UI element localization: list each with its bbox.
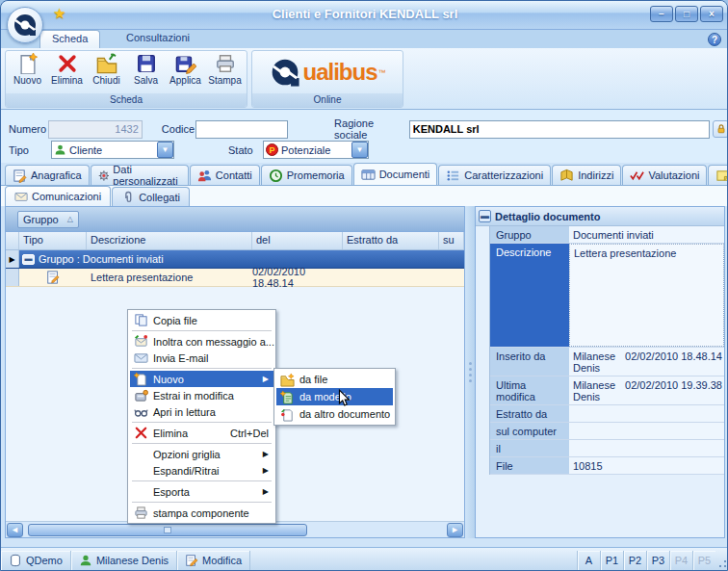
- delete-x-icon: [133, 426, 148, 441]
- nuovo-button[interactable]: Nuovo: [8, 53, 47, 95]
- document-row[interactable]: Lettera presentazione 02/02/2010 18.48.1…: [6, 269, 464, 287]
- column-header-estratto-da[interactable]: Estratto da: [343, 232, 439, 249]
- ribbon-tab-consultazioni[interactable]: Consultazioni: [115, 30, 201, 48]
- chiudi-button[interactable]: Chiudi: [87, 53, 126, 95]
- submenu-item-da-modello[interactable]: da modello: [276, 388, 393, 405]
- extract-edit-icon: [133, 388, 148, 403]
- detail-row-descrizione: Descrizione Lettera presentazione: [490, 244, 724, 348]
- menu-item-elimina[interactable]: Elimina Ctrl+Del: [130, 425, 273, 441]
- pane-splitter[interactable]: [465, 206, 475, 538]
- scroll-right-arrow[interactable]: ►: [447, 523, 463, 537]
- ribbon-tab-scheda[interactable]: Scheda: [39, 30, 100, 48]
- menu-item-esporta[interactable]: Esporta ▶: [130, 483, 273, 500]
- tab-anagrafica[interactable]: Anagrafica: [5, 165, 90, 185]
- menu-item-stampa-componente[interactable]: stampa componente: [130, 505, 273, 521]
- apply-floppy-pencil-icon: [175, 53, 196, 74]
- gruppo-value[interactable]: Documenti inviati: [569, 226, 724, 243]
- document-edit-icon: [46, 271, 60, 284]
- tab-promemoria[interactable]: Promemoria: [261, 165, 352, 185]
- column-header-su[interactable]: su: [439, 232, 464, 249]
- column-header-del[interactable]: del: [252, 232, 343, 249]
- nuovo-label: Nuovo: [13, 75, 41, 86]
- tab-label: Promemoria: [287, 169, 345, 181]
- tab-note[interactable]: Note: [708, 165, 728, 185]
- close-button[interactable]: ×: [700, 6, 723, 22]
- ultima-modifica-value: Milanese Denis 02/02/2010 19.39.38: [569, 376, 724, 404]
- descrizione-value[interactable]: Lettera presentazione: [569, 244, 724, 347]
- stampa-label: Stampa: [208, 75, 241, 86]
- subtab-collegati[interactable]: Collegati: [112, 187, 190, 206]
- detail-panel-title: Dettaglio documento: [495, 211, 600, 222]
- no-icon: [133, 484, 148, 500]
- column-header-tipo[interactable]: Tipo: [19, 232, 87, 249]
- subtab-comunicazioni[interactable]: Comunicazioni: [5, 186, 111, 206]
- minimize-button[interactable]: −: [650, 6, 673, 22]
- numero-field[interactable]: [48, 120, 143, 139]
- thumb-grip: [164, 527, 171, 533]
- lock-icon: [715, 123, 727, 135]
- app-window: Clienti e Fornitori KENDALL srl − □ × ★ …: [0, 0, 728, 571]
- menu-item-apri-in-lettura[interactable]: Apri in lettura: [130, 403, 273, 420]
- menu-item-espandi-ritrai[interactable]: Espandi/Ritrai ▶: [130, 462, 273, 479]
- submenu-item-da-altro-documento[interactable]: da altro documento: [276, 405, 393, 423]
- tab-contatti[interactable]: Contatti: [190, 165, 260, 185]
- page-button-p2[interactable]: P2: [623, 551, 646, 570]
- inserito-da-date: 02/02/2010 18.48.14: [625, 350, 722, 374]
- database-name: QDemo: [26, 555, 63, 566]
- user-status-segment: Milanese Denis: [71, 551, 177, 570]
- tipo-dropdown-button[interactable]: ▼: [157, 142, 173, 158]
- gear-icon: [98, 169, 110, 183]
- stato-label: Stato: [228, 144, 263, 156]
- tab-caratterizzazioni[interactable]: Caratterizzazioni: [438, 165, 551, 185]
- applica-button[interactable]: Applica: [166, 53, 205, 95]
- tab-indirizzi[interactable]: Indirizzi: [552, 165, 621, 185]
- ribbon-group-online: ualibus ™ Online: [251, 50, 403, 108]
- stato-value: Potenziale: [278, 144, 351, 156]
- menu-item-nuovo[interactable]: Nuovo ▶: [130, 371, 273, 387]
- note-icon: [715, 169, 728, 183]
- resize-grip[interactable]: [715, 551, 728, 570]
- app-menu-button[interactable]: [7, 7, 43, 43]
- menu-item-opzioni-griglia[interactable]: Opzioni griglia ▶: [130, 446, 273, 462]
- tipo-combobox[interactable]: Cliente ▼: [51, 141, 174, 159]
- collapse-panel-button[interactable]: ▬: [479, 210, 491, 222]
- lock-button[interactable]: [713, 120, 728, 138]
- tab-dati-personalizzati[interactable]: Dati personalizzati: [91, 165, 189, 185]
- menu-item-inoltra-con-messaggio[interactable]: Inoltra con messaggio a...: [130, 333, 273, 350]
- group-row-documenti-inviati[interactable]: ▶ ▬ Gruppo : Documenti inviati: [6, 250, 464, 269]
- maximize-button[interactable]: □: [675, 6, 698, 22]
- menu-item-copia-file[interactable]: Copia file: [130, 312, 273, 328]
- elimina-button[interactable]: Elimina: [47, 53, 87, 95]
- favorite-star-icon[interactable]: ★: [53, 5, 65, 22]
- double-check-icon: [630, 169, 644, 183]
- qualibus-logo[interactable]: ualibus ™: [252, 51, 403, 93]
- salva-button[interactable]: Salva: [126, 53, 166, 95]
- help-button[interactable]: ?: [708, 33, 721, 46]
- menu-item-estrai-in-modifica[interactable]: Estrai in modifica: [130, 387, 273, 403]
- menu-item-invia-email[interactable]: Invia E-mail: [130, 350, 273, 366]
- page-button-p1[interactable]: P1: [600, 551, 623, 570]
- column-header-descrizione[interactable]: Descrizione: [87, 232, 252, 249]
- tab-documenti[interactable]: Documenti: [353, 163, 438, 185]
- codice-field[interactable]: [195, 120, 288, 139]
- printer-icon: [215, 53, 236, 74]
- ragione-sociale-field[interactable]: [409, 120, 710, 139]
- tab-valutazioni[interactable]: Valutazioni: [622, 165, 707, 185]
- group-by-gruppo-button[interactable]: Gruppo △: [17, 211, 79, 228]
- scrollbar-thumb[interactable]: [28, 524, 307, 536]
- submenu-item-da-file[interactable]: da file: [276, 371, 393, 388]
- numero-label: Numero: [9, 123, 48, 135]
- stato-combobox[interactable]: P Potenziale ▼: [263, 141, 369, 159]
- detail-row-ultima-modifica: Ultima modifica Milanese Denis 02/02/201…: [490, 376, 724, 405]
- collapse-group-icon[interactable]: ▬: [22, 254, 35, 265]
- list-icon: [446, 169, 460, 183]
- page-button-p3[interactable]: P3: [646, 551, 669, 570]
- reading-glasses-icon: [133, 404, 148, 420]
- page-button-p5: P5: [692, 551, 715, 570]
- page-button-a[interactable]: A: [577, 551, 600, 570]
- inserito-da-value: Milanese Denis 02/02/2010 18.48.14: [569, 348, 724, 376]
- estratto-da-value: [569, 405, 724, 422]
- stato-dropdown-button[interactable]: ▼: [351, 142, 368, 158]
- scroll-left-arrow[interactable]: ◄: [7, 523, 23, 537]
- stampa-button[interactable]: Stampa: [205, 53, 245, 95]
